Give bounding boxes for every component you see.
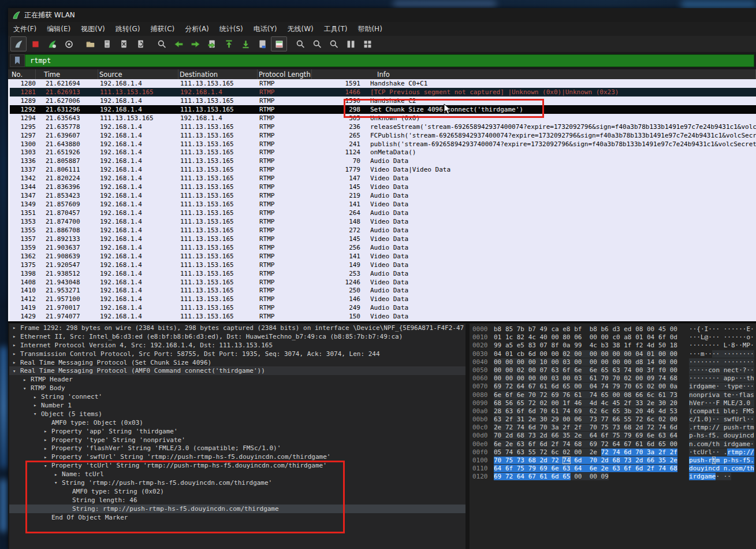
expander-open-icon[interactable]: ▾ — [33, 411, 41, 417]
menu-item-7[interactable]: 电话(Y) — [248, 23, 282, 36]
hex-row-0100[interactable]: 010070 75 73 68 2d 72 74 6d 70 2d 68 73 … — [470, 457, 756, 465]
go-forward-button[interactable] — [187, 36, 203, 51]
hex-row-0110[interactable]: 011064 6f 75 79 69 6e 63 64 6e 2e 63 6f … — [470, 465, 756, 473]
menu-item-0[interactable]: 文件(F) — [8, 23, 42, 36]
hex-row-00a0[interactable]: 00a028 63 6f 6d 70 61 74 69 62 6c 65 3b … — [470, 407, 756, 416]
packet-row-1355[interactable]: 135521.886708192.168.1.4111.13.153.165RT… — [10, 226, 756, 235]
expander-closed-icon[interactable]: ▸ — [44, 454, 51, 460]
detail-line-9[interactable]: ▸Number 1 — [9, 401, 465, 410]
reload-file-button[interactable] — [132, 36, 148, 51]
open-file-button[interactable] — [82, 36, 98, 51]
packet-row-1359[interactable]: 135921.903637192.168.1.4111.13.153.165RT… — [10, 243, 756, 252]
packet-row-1289[interactable]: 128921.627006192.168.1.4111.13.153.165RT… — [10, 97, 756, 105]
packet-row-1300[interactable]: 130021.643880192.168.1.4111.13.153.165RT… — [10, 140, 756, 149]
stop-capture-button[interactable] — [27, 36, 43, 51]
hex-row-0040[interactable]: 004000 00 00 00 10 00 03 00 00 00 00 00 … — [470, 358, 756, 366]
detail-line-5[interactable]: ▾Real Time Messaging Protocol (AMF0 Comm… — [9, 366, 465, 375]
detail-line-12[interactable]: ▸Property 'app' String 'thirdgame' — [9, 427, 465, 436]
detail-line-20[interactable]: String length: 46 — [9, 496, 465, 505]
expander-closed-icon[interactable]: ▸ — [13, 351, 20, 357]
expander-closed-icon[interactable]: ▸ — [44, 437, 51, 443]
hex-row-00b0[interactable]: 00b063 2f 31 2e 30 29 00 06 73 77 66 55 … — [470, 416, 756, 424]
detail-line-3[interactable]: ▸Transmission Control Protocol, Src Port… — [9, 350, 465, 358]
title-bar[interactable]: 正在捕获 WLAN — [8, 8, 756, 22]
go-to-top-button[interactable] — [221, 36, 237, 51]
packet-row-1351[interactable]: 135121.870457192.168.1.4111.13.153.165RT… — [10, 209, 756, 217]
expander-closed-icon[interactable]: ▸ — [13, 333, 20, 339]
detail-line-4[interactable]: ▸Real Time Messaging Protocol (Set Chunk… — [9, 358, 465, 367]
auto-scroll-button[interactable] — [254, 36, 270, 51]
detail-line-17[interactable]: ▸Name: tcUrl — [9, 470, 465, 478]
detail-line-11[interactable]: AMF0 type: Object (0x03) — [9, 418, 465, 427]
hex-row-00f0[interactable]: 00f005 74 63 55 72 6c 02 00 2e 72 74 6d … — [470, 448, 756, 457]
detail-line-7[interactable]: ▾RTMP Body — [9, 384, 465, 392]
menu-item-2[interactable]: 视图(V) — [76, 23, 110, 36]
hex-row-0090[interactable]: 009068 56 65 72 02 00 1f 46 4d 4c 45 2f … — [470, 399, 756, 407]
detail-line-2[interactable]: ▸Internet Protocol Version 4, Src: 192.1… — [9, 341, 465, 350]
go-back-button[interactable] — [170, 36, 187, 51]
display-columns-button[interactable] — [359, 36, 375, 51]
column-header-protocol-length[interactable]: Protocol Length — [258, 69, 312, 79]
hex-row-0070[interactable]: 007069 72 64 67 61 6d 65 00 04 74 79 70 … — [470, 383, 756, 391]
hex-row-0060[interactable]: 006000 00 00 00 00 03 00 03 61 70 70 02 … — [470, 374, 756, 383]
expander-closed-icon[interactable]: ▸ — [44, 446, 51, 451]
detail-line-13[interactable]: ▸Property 'type' String 'nonprivate' — [9, 436, 465, 444]
detail-line-15[interactable]: ▸Property 'swfUrl' String 'rtmp://push-r… — [9, 452, 465, 461]
packet-row-1362[interactable]: 136221.908639192.168.1.4111.13.153.165RT… — [10, 252, 756, 261]
packet-row-1375[interactable]: 137521.920547192.168.1.4111.13.153.165RT… — [10, 261, 756, 269]
start-capture-button[interactable] — [10, 36, 27, 51]
expander-closed-icon[interactable]: ▸ — [13, 342, 20, 348]
find-packet-button[interactable] — [154, 36, 170, 51]
save-file-button[interactable] — [99, 36, 115, 51]
packet-row-1303[interactable]: 130321.651926192.168.1.4111.13.153.165RT… — [10, 149, 756, 157]
zoom-reset-button[interactable] — [326, 36, 342, 51]
expander-closed-icon[interactable]: ▸ — [23, 377, 31, 383]
packet-row-1429[interactable]: 142921.974077192.168.1.4111.13.153.165RT… — [10, 312, 756, 321]
column-header-source[interactable]: Source — [98, 69, 178, 79]
column-header-time[interactable]: Time — [36, 69, 98, 79]
restart-capture-button[interactable] — [44, 36, 60, 51]
packet-row-1349[interactable]: 134921.857609192.168.1.4111.13.153.165RT… — [10, 200, 756, 209]
expander-closed-icon[interactable]: ▸ — [33, 402, 41, 408]
detail-line-18[interactable]: ▾String 'rtmp://push-rtmp-hs-f5.douyincd… — [9, 478, 465, 487]
column-header-info[interactable]: Info — [368, 69, 756, 79]
packet-row-1347[interactable]: 134721.853423192.168.1.4111.13.153.165RT… — [10, 191, 756, 200]
packet-row-1344[interactable]: 134421.836396192.168.1.4111.13.153.165RT… — [10, 183, 756, 191]
detail-line-0[interactable]: ▸Frame 1292: 298 bytes on wire (2384 bit… — [9, 324, 465, 332]
hex-row-00d0[interactable]: 00d070 2d 68 73 2d 66 35 2e 64 6f 75 79 … — [470, 432, 756, 440]
detail-line-10[interactable]: ▾Object (5 items) — [9, 410, 465, 418]
column-header-no-[interactable]: No. — [8, 69, 36, 79]
packet-row-1353[interactable]: 135321.874700192.168.1.4111.13.153.165RT… — [10, 217, 756, 226]
packet-row-1412[interactable]: 141221.957100192.168.1.4111.13.153.165RT… — [10, 295, 756, 303]
hex-row-0080[interactable]: 00806e 6f 6e 70 72 69 76 61 74 65 00 08 … — [470, 391, 756, 399]
expander-open-icon[interactable]: ▾ — [44, 463, 51, 469]
menu-item-6[interactable]: 统计(S) — [214, 23, 248, 36]
capture-options-button[interactable] — [61, 36, 77, 51]
resize-columns-button[interactable] — [342, 36, 359, 51]
hex-row-0050[interactable]: 005000 00 02 00 07 63 6f 6e 6e 65 63 74 … — [470, 366, 756, 374]
display-filter-input[interactable]: rtmpt — [25, 54, 754, 67]
packet-row-1292[interactable]: 129221.631296192.168.1.4111.13.153.165RT… — [10, 105, 756, 114]
menu-item-9[interactable]: 工具(T) — [319, 23, 353, 36]
hex-row-0010[interactable]: 001001 1c 82 4c 40 00 80 06 00 00 c0 a8 … — [470, 333, 756, 342]
expander-closed-icon[interactable]: ▸ — [54, 472, 62, 477]
detail-line-8[interactable]: ▸String 'connect' — [9, 392, 465, 401]
packet-row-1280[interactable]: 128021.621694192.168.1.4111.13.153.165RT… — [10, 79, 756, 88]
zoom-in-button[interactable] — [292, 36, 308, 51]
detail-line-21[interactable]: String: rtmp://push-rtmp-hs-f5.douyincdn… — [9, 505, 465, 513]
packet-row-1297[interactable]: 129721.639607192.168.1.4111.13.153.165RT… — [10, 131, 756, 140]
expander-open-icon[interactable]: ▾ — [54, 480, 62, 485]
detail-line-19[interactable]: AMF0 type: String (0x02) — [9, 487, 465, 496]
expander-closed-icon[interactable]: ▸ — [13, 359, 20, 365]
packet-row-1281[interactable]: 128121.626913111.13.153.165192.168.1.4RT… — [10, 88, 756, 97]
packet-row-1294[interactable]: 129421.635643111.13.153.165192.168.1.4RT… — [10, 114, 756, 123]
packet-row-1337[interactable]: 133721.806111192.168.1.4111.13.153.165RT… — [10, 165, 756, 174]
packet-row-1336[interactable]: 133621.805887192.168.1.4111.13.153.165RT… — [10, 157, 756, 165]
detail-line-1[interactable]: ▸Ethernet II, Src: Intel_b6:d3:ed (e8:bf… — [9, 332, 465, 341]
menu-item-3[interactable]: 跳转(G) — [110, 23, 146, 36]
expander-open-icon[interactable]: ▾ — [23, 385, 31, 391]
menu-item-1[interactable]: 编辑(E) — [42, 23, 76, 36]
hex-row-00c0[interactable]: 00c02e 72 74 6d 70 3a 2f 2f 70 75 73 68 … — [470, 424, 756, 432]
go-to-packet-button[interactable] — [204, 36, 220, 51]
hex-row-0000[interactable]: 0000b8 85 7b b7 49 ca e8 bf b8 b6 d3 ed … — [470, 325, 756, 333]
